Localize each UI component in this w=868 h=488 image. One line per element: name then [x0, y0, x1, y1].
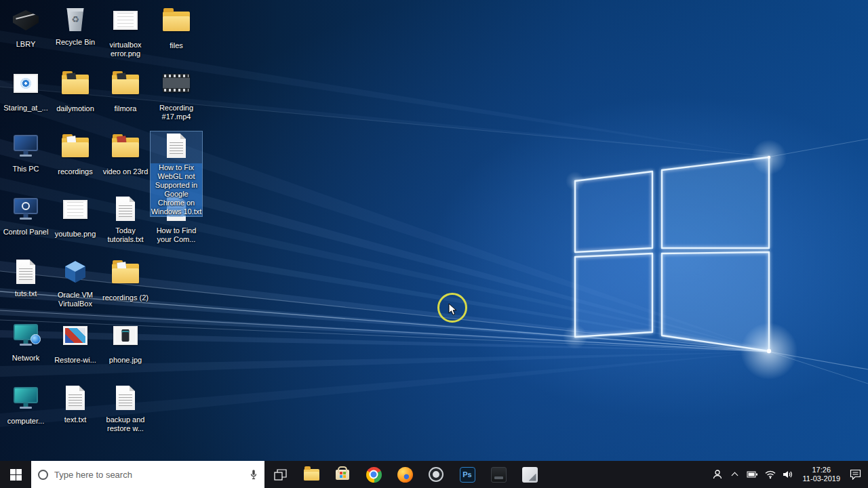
taskbar: Type here to search: [0, 461, 868, 488]
taskbar-app-photoshop[interactable]: Ps: [452, 461, 483, 488]
image-file-icon: [14, 74, 38, 93]
image-file-icon: [63, 326, 87, 345]
text-file-icon: [167, 134, 186, 158]
action-center-button[interactable]: [846, 469, 864, 480]
taskbar-app-microsoft-store[interactable]: [327, 461, 358, 488]
folder-icon: [112, 75, 139, 94]
desktop-icon-recordings[interactable]: recordings: [50, 131, 101, 176]
icon-label: computer...: [0, 417, 52, 426]
lbry-icon: [13, 10, 39, 30]
people-button[interactable]: [709, 469, 726, 480]
taskbar-app-chrome[interactable]: [358, 461, 389, 488]
microsoft-store-icon: [336, 470, 349, 480]
icon-label: LBRY: [0, 40, 52, 49]
media-app-icon: [522, 467, 538, 483]
dark-app-icon: [491, 467, 507, 483]
start-button[interactable]: [0, 461, 31, 488]
desktop-icon-youtube-png[interactable]: youtube.png: [50, 195, 101, 239]
icon-label: virtualbox error.png: [100, 41, 151, 58]
cortana-circle-icon: [38, 470, 48, 480]
desktop-icon-restore-wi[interactable]: Restore-wi...: [50, 321, 101, 365]
clock-date: 11-03-2019: [803, 474, 840, 483]
screen-recorder-icon: [429, 467, 443, 482]
icon-label: recordings (2): [100, 293, 151, 302]
desktop-icon-today-tutorials[interactable]: Today tutorials.txt: [100, 195, 151, 244]
speaker-icon: [783, 470, 793, 479]
task-view-icon: [274, 469, 287, 481]
text-file-icon: [116, 386, 135, 410]
desktop-icon-tuts-txt[interactable]: tuts.txt: [0, 258, 52, 298]
microphone-icon[interactable]: [250, 468, 258, 481]
icon-label: Restore-wi...: [50, 356, 101, 365]
search-placeholder: Type here to search: [54, 470, 243, 480]
desktop-icon-backup-restore[interactable]: backup and restore w...: [100, 384, 151, 433]
battery-icon: [747, 471, 758, 478]
icon-label: Oracle VM VirtualBox: [50, 291, 101, 308]
virtualbox-icon: [65, 261, 85, 283]
desktop-icon-staring-at[interactable]: Staring_at_...: [0, 68, 52, 113]
icon-label: How to Fix WebGL not Supported in Google…: [151, 163, 202, 216]
firefox-icon: [397, 467, 413, 483]
desktop-icon-webgl-file-selected[interactable]: How to Fix WebGL not Supported in Google…: [151, 131, 202, 216]
icon-label: filmora: [100, 104, 151, 113]
taskbar-app-file-explorer[interactable]: [296, 461, 327, 488]
windows-start-icon: [10, 469, 22, 481]
desktop-icon-files[interactable]: files: [151, 5, 202, 50]
folder-icon: [112, 138, 139, 157]
desktop-icon-recording-17[interactable]: Recording #17.mp4: [151, 68, 202, 121]
desktop-icon-control-panel[interactable]: Control Panel: [0, 195, 52, 237]
icon-label: phone.jpg: [100, 356, 151, 365]
system-tray: 17:26 11-03-2019: [709, 461, 868, 488]
desktop-icon-lbry[interactable]: LBRY: [0, 5, 52, 49]
battery-button[interactable]: [744, 471, 762, 478]
desktop-icon-text-txt[interactable]: text.txt: [50, 384, 101, 424]
icon-label: dailymotion: [50, 104, 101, 113]
desktop[interactable]: LBRY Staring_at_... This PC Control Pane…: [0, 0, 868, 461]
desktop-icon-filmora[interactable]: filmora: [100, 68, 151, 113]
video-file-icon: [163, 74, 190, 92]
image-file-icon: [113, 326, 138, 345]
taskbar-app-dark[interactable]: [483, 461, 514, 488]
taskbar-app-firefox[interactable]: [389, 461, 420, 488]
image-file-icon: [63, 200, 87, 219]
folder-icon: [62, 138, 89, 157]
folder-icon: [163, 12, 190, 31]
volume-button[interactable]: [779, 470, 797, 479]
text-file-icon: [66, 386, 85, 410]
icon-label: Control Panel: [0, 228, 52, 237]
people-icon: [712, 469, 723, 480]
icon-label: youtube.png: [50, 230, 101, 239]
desktop-icon-network[interactable]: Network: [0, 321, 52, 363]
task-view-button[interactable]: [264, 461, 296, 488]
network-icon: [14, 324, 38, 340]
desktop-icon-computer[interactable]: computer...: [0, 384, 52, 426]
recycle-bin-icon: [66, 8, 85, 31]
text-file-icon: [116, 197, 135, 221]
text-file-icon: [16, 260, 35, 284]
photoshop-icon: Ps: [460, 467, 475, 483]
desktop-icon-phone-jpg[interactable]: phone.jpg: [100, 321, 151, 365]
icon-label: Recycle Bin: [50, 38, 101, 47]
icon-label: recordings: [50, 167, 101, 176]
mouse-cursor: [448, 303, 458, 317]
network-button[interactable]: [762, 470, 779, 479]
taskbar-app-screen-recorder[interactable]: [420, 461, 452, 488]
windows-desktop-screen: LBRY Staring_at_... This PC Control Pane…: [0, 0, 868, 488]
icon-label: backup and restore w...: [100, 415, 151, 433]
taskbar-search-box[interactable]: Type here to search: [31, 461, 264, 488]
chevron-up-icon: [732, 472, 738, 479]
icon-label: How to Find your Com...: [151, 226, 202, 244]
taskbar-app-media[interactable]: [514, 461, 545, 488]
desktop-icon-this-pc[interactable]: This PC: [0, 131, 52, 174]
desktop-icon-virtualbox-error[interactable]: virtualbox error.png: [100, 5, 151, 58]
desktop-icon-recordings-2[interactable]: recordings (2): [100, 258, 151, 302]
icon-label: Staring_at_...: [0, 104, 52, 113]
desktop-icon-video-on-23rd[interactable]: video on 23rd: [100, 131, 151, 176]
hidden-icons-button[interactable]: [726, 471, 744, 478]
desktop-icon-dailymotion[interactable]: dailymotion: [50, 68, 101, 113]
taskbar-clock[interactable]: 17:26 11-03-2019: [797, 466, 846, 483]
control-panel-icon: [14, 198, 38, 214]
desktop-icon-recycle-bin[interactable]: Recycle Bin: [50, 5, 101, 47]
desktop-icon-oracle-virtualbox[interactable]: Oracle VM VirtualBox: [50, 258, 101, 308]
folder-icon: [62, 75, 89, 94]
